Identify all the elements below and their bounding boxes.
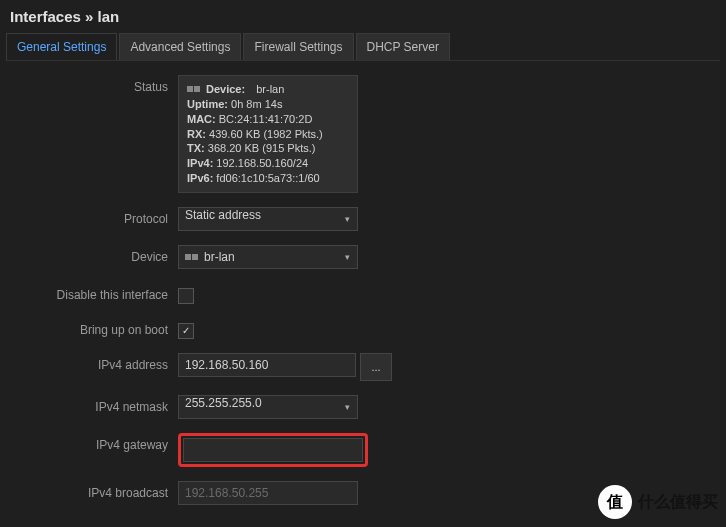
label-ipv4-broadcast: IPv4 broadcast <box>10 481 178 500</box>
status-tx-label: TX: <box>187 142 205 154</box>
label-status: Status <box>10 75 178 94</box>
label-bringup: Bring up on boot <box>10 318 178 337</box>
status-device-label: Device: <box>206 82 245 97</box>
tab-firewall-settings[interactable]: Firewall Settings <box>243 33 353 60</box>
bridge-icon <box>187 86 200 92</box>
page-title: Interfaces » lan <box>0 0 726 33</box>
watermark-logo-icon: 值 <box>598 485 632 519</box>
row-status: Status Device: br-lan Uptime: 0h 8m 14s … <box>10 75 716 193</box>
disable-checkbox[interactable] <box>178 288 194 304</box>
label-ipv4-gateway: IPv4 gateway <box>10 433 178 452</box>
title-iface: lan <box>98 8 120 25</box>
protocol-select[interactable]: Static address <box>178 207 358 231</box>
status-ipv4-value: 192.168.50.160/24 <box>216 157 308 169</box>
status-ipv6-label: IPv6: <box>187 172 213 184</box>
ipv4-address-input[interactable] <box>178 353 356 377</box>
tab-general-settings[interactable]: General Settings <box>6 33 117 60</box>
watermark-text: 什么值得买 <box>638 492 718 513</box>
label-device: Device <box>10 245 178 264</box>
row-ipv4-address: IPv4 address ... <box>10 353 716 381</box>
device-select-value: br-lan <box>204 250 235 264</box>
bringup-checkbox[interactable] <box>178 323 194 339</box>
row-device: Device br-lan ▾ <box>10 245 716 269</box>
ipv4-gateway-input[interactable] <box>183 438 363 462</box>
row-disable: Disable this interface <box>10 283 716 304</box>
ipv4-address-cidr-button[interactable]: ... <box>360 353 392 381</box>
bridge-icon <box>185 254 198 260</box>
status-mac-value: BC:24:11:41:70:2D <box>219 113 313 125</box>
status-uptime-value: 0h 8m 14s <box>231 98 282 110</box>
status-uptime-label: Uptime: <box>187 98 228 110</box>
label-ipv4-netmask: IPv4 netmask <box>10 395 178 414</box>
status-rx-label: RX: <box>187 128 206 140</box>
status-tx-value: 368.20 KB (915 Pkts.) <box>208 142 316 154</box>
tabs: General Settings Advanced Settings Firew… <box>6 33 720 61</box>
label-disable: Disable this interface <box>10 283 178 302</box>
watermark: 值 什么值得买 <box>598 485 718 519</box>
row-protocol: Protocol Static address ▾ <box>10 207 716 231</box>
status-ipv4-label: IPv4: <box>187 157 213 169</box>
row-ipv4-gateway: IPv4 gateway <box>10 433 716 467</box>
label-protocol: Protocol <box>10 207 178 226</box>
status-mac-label: MAC: <box>187 113 216 125</box>
tab-dhcp-server[interactable]: DHCP Server <box>356 33 450 60</box>
title-prefix: Interfaces <box>10 8 81 25</box>
device-select[interactable]: br-lan <box>178 245 358 269</box>
row-bringup: Bring up on boot <box>10 318 716 339</box>
label-ipv4-address: IPv4 address <box>10 353 178 372</box>
form-area: Status Device: br-lan Uptime: 0h 8m 14s … <box>0 61 726 527</box>
status-rx-value: 439.60 KB (1982 Pkts.) <box>209 128 323 140</box>
gateway-highlight <box>178 433 368 467</box>
ipv4-netmask-select[interactable]: 255.255.255.0 <box>178 395 358 419</box>
row-ipv4-netmask: IPv4 netmask 255.255.255.0 ▾ <box>10 395 716 419</box>
tab-advanced-settings[interactable]: Advanced Settings <box>119 33 241 60</box>
status-device-value: br-lan <box>256 82 284 97</box>
status-box: Device: br-lan Uptime: 0h 8m 14s MAC: BC… <box>178 75 358 193</box>
title-separator: » <box>81 8 98 25</box>
status-ipv6-value: fd06:1c10:5a73::1/60 <box>216 172 319 184</box>
ipv4-broadcast-input[interactable] <box>178 481 358 505</box>
